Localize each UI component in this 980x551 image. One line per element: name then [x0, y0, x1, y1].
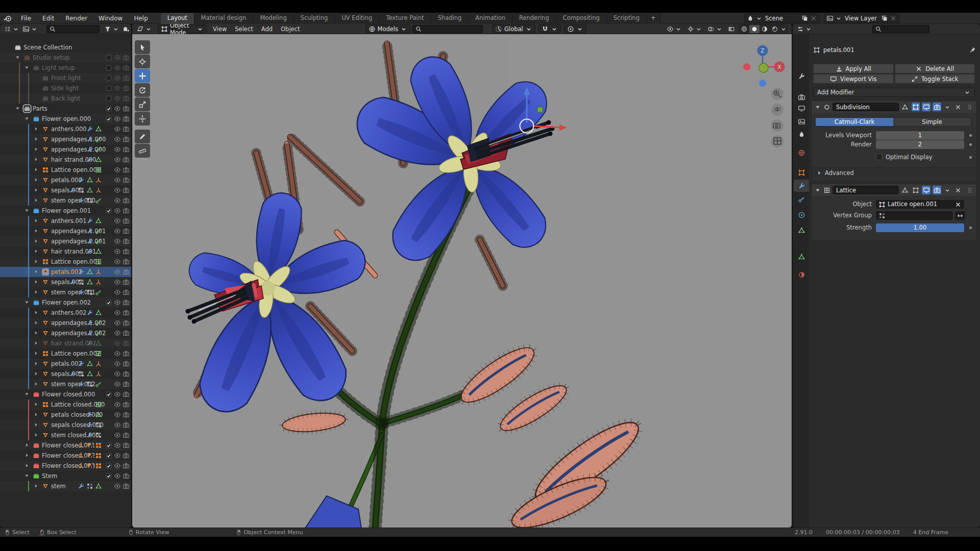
disable-render-toggle[interactable]: [122, 268, 130, 276]
hide-viewport-toggle[interactable]: [114, 421, 121, 429]
disable-render-toggle[interactable]: [122, 350, 130, 357]
outliner-row-scene-collection[interactable]: Scene Collection: [0, 42, 131, 53]
outliner-row-hair-strand-001[interactable]: hair strand.001: [0, 246, 131, 257]
keyframe-dot[interactable]: [969, 156, 972, 159]
tab-object-data[interactable]: [794, 251, 809, 263]
realtime-toggle[interactable]: [922, 186, 930, 194]
viewport-menu-view[interactable]: View: [209, 26, 231, 33]
hide-viewport-toggle[interactable]: [114, 268, 121, 276]
tool-select-box[interactable]: [135, 40, 150, 54]
disable-render-toggle[interactable]: [122, 442, 130, 449]
outliner-row-petals-002[interactable]: petals.002: [0, 359, 131, 369]
expand-toggle[interactable]: [33, 136, 40, 143]
proportional-editing-dropdown[interactable]: [564, 24, 586, 33]
tab-view-layer[interactable]: [794, 115, 809, 128]
edit-mode-toggle[interactable]: [912, 186, 920, 194]
realtime-toggle[interactable]: [922, 103, 930, 111]
hide-viewport-toggle[interactable]: [114, 391, 121, 398]
render-toggle[interactable]: [933, 186, 941, 194]
outliner-row-petals-001[interactable]: petals.001: [0, 267, 131, 277]
viewport-vis-button[interactable]: Viewport Vis: [813, 74, 894, 84]
outliner-row-light-setup[interactable]: Light setup: [0, 63, 131, 73]
disable-render-toggle[interactable]: [122, 309, 130, 316]
hide-viewport-toggle[interactable]: [114, 309, 121, 316]
hide-viewport-toggle[interactable]: [114, 452, 121, 459]
exclude-checkbox[interactable]: [105, 462, 113, 469]
disable-render-toggle[interactable]: [122, 238, 130, 245]
expand-toggle[interactable]: [33, 258, 40, 265]
disable-render-toggle[interactable]: [122, 126, 130, 133]
workspace-tab-texture-paint[interactable]: Texture Paint: [379, 13, 431, 24]
disable-render-toggle[interactable]: [122, 381, 130, 388]
render-toggle[interactable]: [933, 103, 941, 111]
tool-cursor[interactable]: [135, 55, 150, 68]
vertex-group-field[interactable]: [876, 211, 953, 220]
exclude-checkbox[interactable]: [105, 442, 113, 449]
expand-toggle[interactable]: [33, 177, 40, 184]
tool-move[interactable]: [135, 69, 150, 83]
snap-toggle[interactable]: [538, 24, 561, 33]
outliner-row-appendages-1-001[interactable]: appendages 1.001: [0, 226, 131, 236]
exclude-checkbox[interactable]: [105, 207, 113, 214]
outliner-row-sepals-002[interactable]: sepals.002: [0, 277, 131, 287]
overlays-dropdown[interactable]: [706, 25, 724, 33]
outliner-row-stem-closed-000[interactable]: stem closed.000: [0, 430, 131, 440]
scene-name[interactable]: Scene: [764, 15, 800, 22]
disable-render-toggle[interactable]: [122, 319, 130, 327]
menu-window[interactable]: Window: [93, 13, 128, 24]
outliner-row-appendages-2-001[interactable]: appendages 2.001: [0, 236, 131, 246]
hide-viewport-toggle[interactable]: [114, 472, 121, 480]
visibility-dropdown[interactable]: [665, 25, 683, 33]
disable-render-toggle[interactable]: [122, 340, 130, 347]
new-collection-button[interactable]: [121, 25, 131, 33]
pin-icon[interactable]: [969, 46, 976, 54]
modifier-name-field[interactable]: Subdivision: [832, 103, 899, 111]
3d-scene[interactable]: Z X: [132, 34, 792, 528]
outliner-row-back-light[interactable]: Back light: [0, 93, 131, 104]
add-modifier-dropdown[interactable]: Add Modifier: [813, 88, 975, 97]
hide-viewport-toggle[interactable]: [114, 462, 121, 469]
view-layer-name[interactable]: View Layer: [844, 15, 879, 22]
outliner-row-sepals-003[interactable]: sepals.003: [0, 369, 131, 379]
menu-render[interactable]: Render: [60, 13, 93, 24]
workspace-tab-compositing[interactable]: Compositing: [556, 13, 607, 24]
outliner-row-studio-setup[interactable]: Studio setup: [0, 53, 131, 63]
keyframe-dot[interactable]: [969, 227, 972, 229]
copy-icon[interactable]: [801, 15, 808, 22]
exclude-checkbox[interactable]: [105, 115, 113, 122]
disable-render-toggle[interactable]: [122, 187, 130, 194]
outliner-row-stem-open-001[interactable]: stem open.001: [0, 287, 131, 297]
expand-toggle[interactable]: [33, 166, 40, 173]
hide-viewport-toggle[interactable]: [114, 228, 121, 235]
close-icon[interactable]: [810, 15, 817, 22]
exclude-checkbox[interactable]: [105, 54, 113, 61]
expand-toggle[interactable]: [23, 391, 31, 398]
disable-render-toggle[interactable]: [122, 258, 130, 265]
expand-icon[interactable]: [814, 187, 821, 194]
copy-icon[interactable]: [881, 15, 888, 22]
gizmos-dropdown[interactable]: [685, 25, 704, 33]
hide-viewport-toggle[interactable]: [114, 166, 121, 173]
disable-render-toggle[interactable]: [122, 105, 130, 112]
hide-viewport-toggle[interactable]: [114, 238, 121, 245]
hide-viewport-toggle[interactable]: [114, 187, 121, 194]
expand-toggle[interactable]: [23, 442, 31, 449]
disable-render-toggle[interactable]: [122, 330, 130, 337]
outliner-row-hair-strand-002[interactable]: hair strand.002: [0, 338, 131, 348]
hide-viewport-toggle[interactable]: [114, 85, 121, 92]
disable-render-toggle[interactable]: [122, 391, 130, 398]
hide-viewport-toggle[interactable]: [114, 350, 121, 357]
render-levels-field[interactable]: 2: [876, 140, 964, 149]
exclude-checkbox[interactable]: [105, 452, 113, 459]
blender-logo-icon[interactable]: [0, 14, 15, 22]
hide-viewport-toggle[interactable]: [114, 370, 121, 378]
invert-vertex-group-button[interactable]: [955, 211, 965, 220]
outliner-row-anthers-001[interactable]: anthers.001: [0, 216, 131, 226]
outliner-row-stem[interactable]: stem: [0, 481, 131, 491]
expand-toggle[interactable]: [33, 187, 40, 194]
expand-icon[interactable]: [814, 104, 821, 111]
hide-viewport-toggle[interactable]: [114, 105, 121, 112]
expand-toggle[interactable]: [23, 452, 31, 459]
tab-constraints[interactable]: [794, 224, 809, 236]
extras-dropdown[interactable]: [943, 186, 952, 194]
